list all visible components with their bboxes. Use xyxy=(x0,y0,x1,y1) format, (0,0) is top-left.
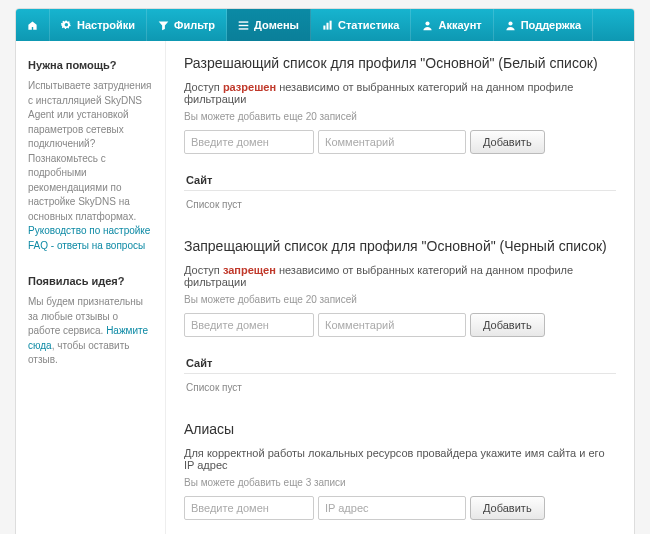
svg-rect-3 xyxy=(323,25,325,29)
whitelist-col-site: Сайт xyxy=(186,174,336,186)
blacklist-add-button[interactable]: Добавить xyxy=(470,313,545,337)
idea-title: Появилась идея? xyxy=(28,275,153,287)
svg-rect-0 xyxy=(239,21,249,22)
whitelist-input-row: Добавить xyxy=(184,130,616,154)
aliases-add-button[interactable]: Добавить xyxy=(470,496,545,520)
svg-rect-5 xyxy=(330,20,332,29)
nav-stats-label: Статистика xyxy=(338,19,400,31)
whitelist-section: Разрешающий список для профиля "Основной… xyxy=(184,55,616,212)
svg-rect-1 xyxy=(239,24,249,25)
aliases-hint: Вы можете добавить еще 3 записи xyxy=(184,477,616,488)
whitelist-domain-input[interactable] xyxy=(184,130,314,154)
svg-point-7 xyxy=(508,21,512,25)
whitelist-table-header: Сайт xyxy=(184,170,616,191)
home-icon xyxy=(27,20,38,31)
blacklist-access: Доступ запрещен независимо от выбранных … xyxy=(184,264,616,288)
support-icon xyxy=(505,20,516,31)
blacklist-col-site: Сайт xyxy=(186,357,336,369)
sidebar: Нужна помощь? Испытываете затруднения с … xyxy=(16,41,166,534)
list-icon xyxy=(238,20,249,31)
nav-filter[interactable]: Фильтр xyxy=(147,9,227,41)
filter-icon xyxy=(158,20,169,31)
nav-domains-label: Домены xyxy=(254,19,299,31)
nav-filter-label: Фильтр xyxy=(174,19,215,31)
chart-icon xyxy=(322,20,333,31)
nav-settings-label: Настройки xyxy=(77,19,135,31)
whitelist-access: Доступ разрешен независимо от выбранных … xyxy=(184,81,616,105)
blacklist-table-header: Сайт xyxy=(184,353,616,374)
idea-text: Мы будем признательны за любые отзывы о … xyxy=(28,295,153,368)
svg-rect-2 xyxy=(239,28,249,29)
nav-home[interactable] xyxy=(16,9,50,41)
help-link-faq[interactable]: FAQ - ответы на вопросы xyxy=(28,240,145,251)
aliases-ip-input[interactable] xyxy=(318,496,466,520)
nav-support-label: Поддержка xyxy=(521,19,582,31)
whitelist-empty: Список пуст xyxy=(184,191,616,212)
blacklist-domain-input[interactable] xyxy=(184,313,314,337)
aliases-section: Алиасы Для корректной работы локальных р… xyxy=(184,421,616,534)
help-block: Нужна помощь? Испытываете затруднения с … xyxy=(28,59,153,253)
svg-rect-4 xyxy=(326,22,328,29)
nav-account-label: Аккаунт xyxy=(438,19,481,31)
blacklist-title: Запрещающий список для профиля "Основной… xyxy=(184,238,616,254)
access-denied-word: запрещен xyxy=(223,264,276,276)
nav-stats[interactable]: Статистика xyxy=(311,9,412,41)
blacklist-input-row: Добавить xyxy=(184,313,616,337)
blacklist-section: Запрещающий список для профиля "Основной… xyxy=(184,238,616,395)
help-link-guide[interactable]: Руководство по настройке xyxy=(28,225,150,236)
main-content: Разрешающий список для профиля "Основной… xyxy=(166,41,634,534)
svg-point-6 xyxy=(426,21,430,25)
help-text: Испытываете затруднения с инсталляцией S… xyxy=(28,79,153,253)
aliases-title: Алиасы xyxy=(184,421,616,437)
help-title: Нужна помощь? xyxy=(28,59,153,71)
whitelist-add-button[interactable]: Добавить xyxy=(470,130,545,154)
gear-icon xyxy=(61,20,72,31)
idea-block: Появилась идея? Мы будем признательны за… xyxy=(28,275,153,368)
nav-account[interactable]: Аккаунт xyxy=(411,9,493,41)
user-icon xyxy=(422,20,433,31)
blacklist-empty: Список пуст xyxy=(184,374,616,395)
nav-support[interactable]: Поддержка xyxy=(494,9,594,41)
blacklist-comment-input[interactable] xyxy=(318,313,466,337)
aliases-input-row: Добавить xyxy=(184,496,616,520)
whitelist-hint: Вы можете добавить еще 20 записей xyxy=(184,111,616,122)
nav-settings[interactable]: Настройки xyxy=(50,9,147,41)
access-allowed-word: разрешен xyxy=(223,81,276,93)
navbar: Настройки Фильтр Домены Статистика Аккау… xyxy=(16,9,634,41)
blacklist-hint: Вы можете добавить еще 20 записей xyxy=(184,294,616,305)
whitelist-comment-input[interactable] xyxy=(318,130,466,154)
whitelist-title: Разрешающий список для профиля "Основной… xyxy=(184,55,616,71)
nav-domains[interactable]: Домены xyxy=(227,9,311,41)
aliases-domain-input[interactable] xyxy=(184,496,314,520)
aliases-desc: Для корректной работы локальных ресурсов… xyxy=(184,447,616,471)
